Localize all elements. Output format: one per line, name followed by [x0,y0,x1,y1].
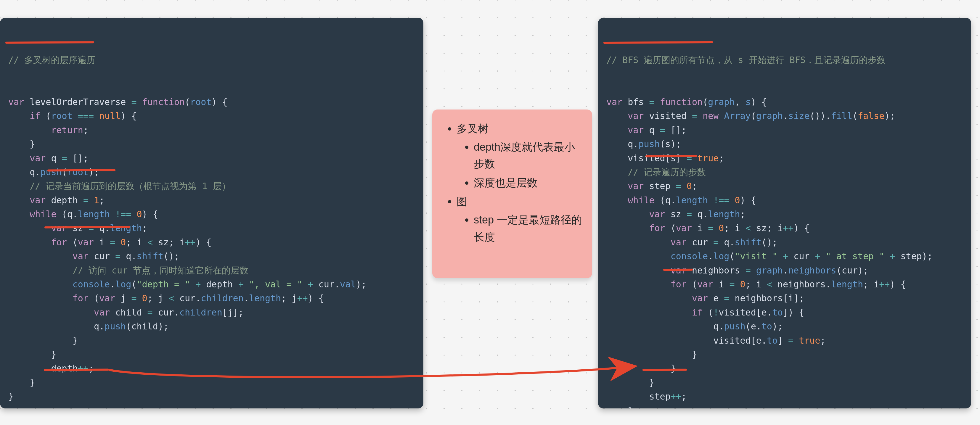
note-subitem: depth深度就代表最小步数 [474,138,585,173]
code-line: } [8,347,415,362]
annotation-underline [44,368,109,371]
code-line: console.log("depth = " + depth + ", val … [8,278,415,291]
annotation-underline [643,369,687,371]
note-subitem: step 一定是最短路径的长度 [474,211,585,245]
code-line: } [606,376,963,390]
code-line: // 记录当前遍历到的层数（根节点视为第 1 层） [8,179,415,193]
note-list: 多叉树depth深度就代表最小步数深度也是层数图step 一定是最短路径的长度 [439,120,585,245]
code-line: } [8,390,415,403]
code-line: console.log("visit " + cur + " at step "… [606,249,963,263]
code-line: q.push(child); [8,319,415,333]
note-subitem: 深度也是层数 [474,174,585,192]
code-line: var levelOrderTraverse = function(root) … [8,95,415,109]
code-line: // 访问 cur 节点，同时知道它所在的层数 [8,263,415,278]
code-line: var sz = q.length; [606,207,963,221]
code-line: for (var i = 0; i < sz; i++) { [8,235,415,249]
note-item: 多叉树depth深度就代表最小步数深度也是层数 [457,120,585,191]
code-line: var e = neighbors[i]; [606,291,963,305]
code-line: var depth = 1; [8,193,415,207]
code-line: // 记录遍历的步数 [606,165,963,179]
code-line: } [606,347,963,362]
code-line: var visited = new Array(graph.size()).fi… [606,109,963,123]
code-body-right: var bfs = function(graph, s) { var visit… [606,95,963,408]
code-line: var cur = q.shift(); [606,235,963,249]
code-line: if (root === null) { [8,109,415,123]
code-line: q.push(e.to); [606,319,963,333]
code-line: return; [8,123,415,137]
code-line: } [606,362,963,375]
code-line: var q = []; [606,123,963,137]
code-line: } [606,404,963,408]
code-line: } [8,333,415,347]
code-line: var neighbors = graph.neighbors(cur); [606,263,963,278]
code-line: for (var j = 0; j < cur.children.length;… [8,291,415,305]
code-body-left: var levelOrderTraverse = function(root) … [8,95,415,404]
code-line: var cur = q.shift(); [8,249,415,263]
code-line: if (!visited[e.to]) { [606,305,963,319]
code-line: var child = cur.children[j]; [8,305,415,319]
code-line: for (var i = 0; i < neighbors.length; i+… [606,278,963,291]
code-line: for (var i = 0; i < sz; i++) { [606,221,963,235]
code-line: visited[e.to] = true; [606,333,963,347]
code-comment-title: // BFS 遍历图的所有节点，从 s 开始进行 BFS，且记录遍历的步数 [606,53,963,67]
code-line: q.push(s); [606,137,963,151]
code-line: var q = []; [8,151,415,165]
code-line: var bfs = function(graph, s) { [606,95,963,109]
note-item: 图step 一定是最短路径的长度 [457,193,585,245]
code-line: } [8,376,415,390]
code-line: } [8,137,415,151]
code-comment-title: // 多叉树的层序遍历 [8,53,415,67]
code-line: var step = 0; [606,179,963,193]
code-line: step++; [606,390,963,403]
annotation-underline [646,155,697,157]
code-line: depth++; [8,362,415,375]
annotation-underline [663,269,693,271]
code-card-right: // BFS 遍历图的所有节点，从 s 开始进行 BFS，且记录遍历的步数 va… [598,18,971,408]
code-line: while (q.length !== 0) { [606,193,963,207]
annotation-underline [48,169,116,171]
code-line: while (q.length !== 0) { [8,207,415,221]
code-line: q.push(root); [8,165,415,179]
code-card-left: // 多叉树的层序遍历 var levelOrderTraverse = fun… [0,18,423,408]
sticky-note: 多叉树depth深度就代表最小步数深度也是层数图step 一定是最短路径的长度 [432,109,592,278]
code-line: visited[s] = true; [606,151,963,165]
